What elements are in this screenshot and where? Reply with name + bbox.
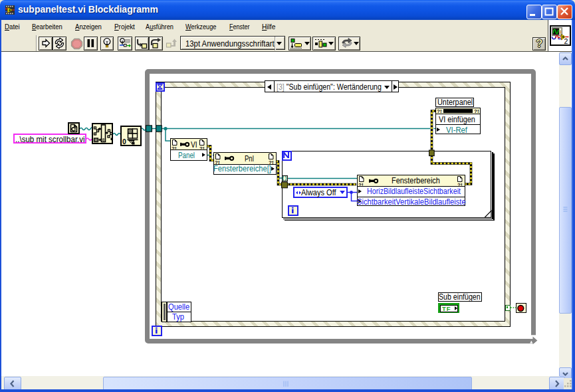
svg-text:TF: TF: [442, 306, 451, 311]
svg-text:0: 0: [122, 138, 126, 145]
